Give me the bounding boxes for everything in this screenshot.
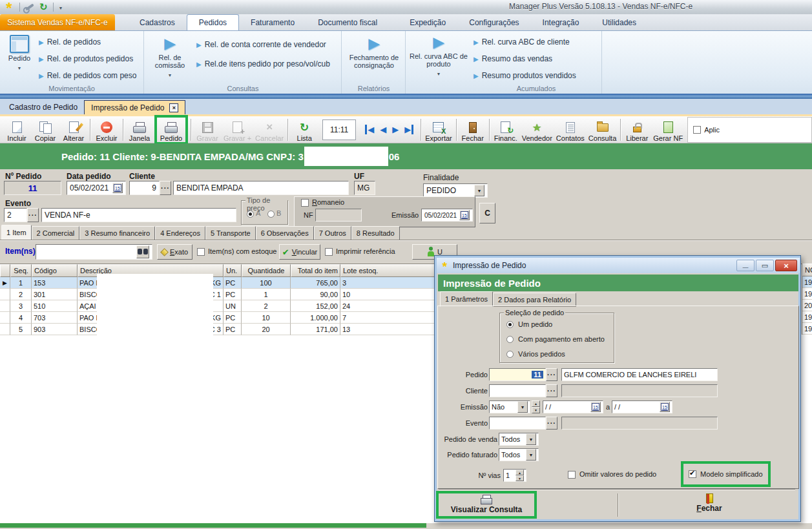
excluir-button[interactable]: Excluir: [92, 117, 121, 143]
vincular-button[interactable]: Vincular: [279, 244, 320, 260]
chevron-down-icon[interactable]: [517, 401, 528, 413]
dialog-title-bar[interactable]: Impressão de Pedido: [437, 258, 800, 273]
lista-button[interactable]: Lista: [290, 117, 318, 143]
tipo-a-radio[interactable]: [247, 211, 254, 218]
tab-outros[interactable]: 7 Outros: [314, 226, 351, 240]
chevron-down-icon[interactable]: [59, 3, 63, 11]
varios-pedidos-radio[interactable]: [506, 351, 514, 358]
calendar-icon[interactable]: [590, 402, 601, 412]
visualizar-consulta-button[interactable]: Visualizar Consulta: [439, 495, 534, 514]
pedido-lookup-button[interactable]: ···: [546, 368, 557, 381]
tab-resumo-financeiro[interactable]: 3 Resumo financeiro: [79, 226, 155, 240]
data-inicial-field[interactable]: / /: [543, 400, 603, 413]
tab-utilidades[interactable]: Utilidades: [590, 14, 648, 30]
menu-item-itens-peso[interactable]: Rel.de itens pedido por peso/vol/cub: [196, 59, 330, 68]
tab-observacoes[interactable]: 6 Observações: [256, 226, 314, 240]
pagamento-aberto-radio[interactable]: [506, 336, 514, 343]
data-pedido-field[interactable]: 05/02/2021: [67, 181, 126, 195]
item-search-input[interactable]: [36, 244, 152, 260]
col-un[interactable]: Un.: [224, 264, 242, 277]
menu-item-rel-pedidos[interactable]: Rel. de pedidos: [39, 37, 101, 47]
emissao-field[interactable]: 05/02/2021: [421, 209, 473, 222]
finalidade-select[interactable]: PEDIDO: [423, 183, 488, 198]
data-final-field[interactable]: / /: [612, 400, 672, 413]
app-menu-tab[interactable]: Sistema Vendas NF-e/NFC-e: [0, 14, 115, 30]
maximize-icon[interactable]: [756, 260, 774, 271]
refresh-icon[interactable]: [39, 1, 48, 13]
romaneio-checkbox[interactable]: [301, 199, 309, 207]
menu-item-conta-corrente[interactable]: Rel. de conta corrente de vendedor: [196, 40, 326, 49]
com-estoque-checkbox[interactable]: [197, 248, 205, 256]
aplic-checkbox[interactable]: [693, 126, 701, 134]
minimize-icon[interactable]: [736, 260, 755, 271]
modelo-simplificado-checkbox[interactable]: [689, 470, 696, 478]
tab-parametros[interactable]: 1 Parâmetros: [440, 291, 493, 307]
evento-codigo-field[interactable]: [489, 417, 546, 430]
pedido-print-button[interactable]: Pedido: [157, 117, 185, 143]
col-codigo[interactable]: Código: [32, 264, 78, 277]
menu-item-curva-abc-cliente[interactable]: Rel. curva ABC de cliente: [474, 37, 570, 47]
chevron-down-icon[interactable]: [474, 185, 484, 196]
cliente-codigo-field[interactable]: 9: [129, 181, 160, 195]
pedido-big-button[interactable]: Pedido: [4, 35, 35, 71]
next-record-icon[interactable]: [392, 125, 399, 134]
tab-dados-relatorio[interactable]: 2 Dados para Relatório: [493, 293, 576, 307]
col-seq[interactable]: Seq.: [10, 264, 32, 277]
chevron-down-icon[interactable]: [526, 433, 536, 445]
imprimir-referencia-checkbox[interactable]: [325, 248, 333, 256]
tab-documento-fiscal[interactable]: Documento fiscal: [306, 14, 389, 30]
calendar-icon[interactable]: [660, 402, 670, 412]
evento-codigo-field[interactable]: 2: [4, 208, 27, 222]
evento-lookup-button[interactable]: ···: [546, 417, 557, 430]
contatos-button[interactable]: Contatos: [554, 117, 587, 143]
tab-transporte[interactable]: 5 Transporte: [205, 226, 256, 240]
omitir-valores-checkbox[interactable]: [568, 471, 576, 479]
cliente-codigo-field[interactable]: [489, 384, 546, 397]
calendar-icon[interactable]: [459, 210, 470, 220]
menu-item-resumo-produtos[interactable]: Resumo produtos vendidos: [474, 71, 576, 80]
copiar-button[interactable]: Copiar: [31, 117, 59, 143]
cliente-lookup-button[interactable]: ···: [160, 181, 171, 195]
evento-lookup-button[interactable]: ···: [27, 208, 39, 222]
fechar-button[interactable]: Fechar: [459, 117, 487, 143]
pedido-faturado-select[interactable]: Todos: [499, 448, 539, 461]
um-pedido-radio[interactable]: [506, 321, 514, 328]
alterar-button[interactable]: Alterar: [59, 117, 88, 143]
tab-faturamento[interactable]: Faturamento: [239, 14, 306, 30]
tab-cadastro-de-pedido[interactable]: Cadastro de Pedido: [3, 100, 84, 114]
consulta-button[interactable]: Consulta: [587, 117, 618, 143]
first-record-icon[interactable]: [365, 125, 374, 134]
pedido-codigo-field[interactable]: 11: [489, 368, 546, 381]
menu-item-rel-produtos-pedidos[interactable]: Rel. de produtos pedidos: [39, 54, 133, 63]
vendedor-button[interactable]: Vendedor: [520, 117, 554, 143]
fechamento-consignacao-button[interactable]: Fechamento de consignação: [346, 35, 402, 69]
c-button[interactable]: C: [479, 203, 495, 223]
vias-stepper[interactable]: 1: [503, 469, 526, 482]
tab-configuracoes[interactable]: Configurações: [457, 14, 530, 30]
dialog-fechar-button[interactable]: Fechar: [667, 493, 751, 513]
close-icon[interactable]: [775, 260, 797, 271]
rel-comissao-button[interactable]: Rel. de comissão: [150, 35, 190, 78]
tab-resultado[interactable]: 8 Resultado: [351, 226, 400, 240]
emissao-spinner[interactable]: [532, 400, 540, 413]
tab-comercial[interactable]: 2 Comercial: [32, 226, 80, 240]
menu-item-resumo-vendas[interactable]: Resumo das vendas: [474, 54, 552, 63]
last-record-icon[interactable]: [404, 125, 413, 134]
col-quantidade[interactable]: Quantidade: [242, 264, 291, 277]
tab-impressao-de-pedido[interactable]: Impressão de Pedido: [84, 100, 185, 114]
binoculars-search-icon[interactable]: [136, 245, 149, 258]
liberar-button[interactable]: Liberar: [623, 117, 651, 143]
col-total[interactable]: Total do item: [291, 264, 340, 277]
vias-spinner[interactable]: [515, 470, 524, 481]
tipo-b-radio[interactable]: [267, 211, 275, 218]
exportar-button[interactable]: Exportar: [423, 117, 454, 143]
tab-integracao[interactable]: Integração: [531, 14, 591, 30]
cliente-lookup-button[interactable]: ···: [546, 384, 557, 397]
previous-record-icon[interactable]: [380, 125, 386, 134]
tab-item[interactable]: 1 Item: [1, 225, 32, 240]
close-tab-icon[interactable]: [169, 103, 178, 112]
menu-item-rel-pedidos-peso[interactable]: Rel. de pedidos com peso: [39, 71, 136, 80]
janela-button[interactable]: Janela: [125, 117, 154, 143]
exato-button[interactable]: Exato: [157, 244, 193, 260]
chevron-down-icon[interactable]: [526, 449, 536, 461]
